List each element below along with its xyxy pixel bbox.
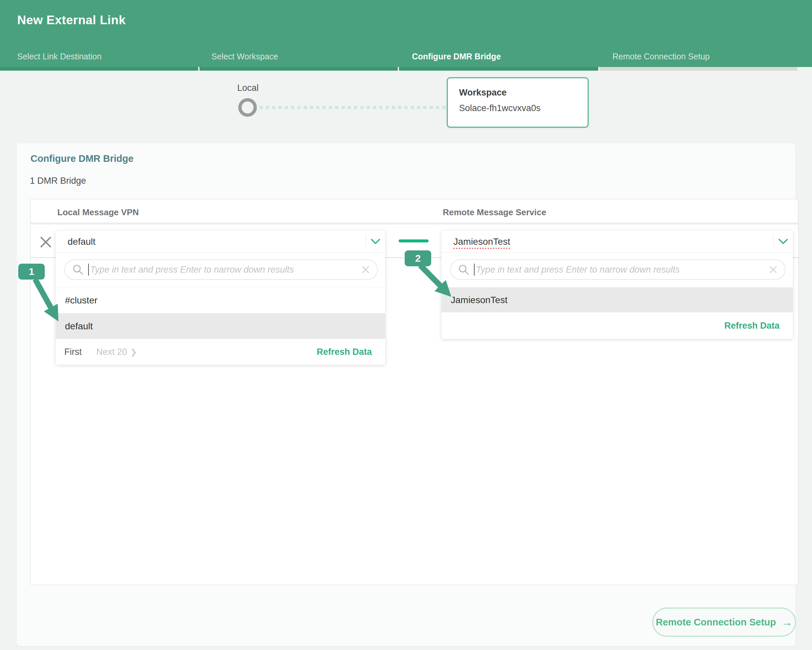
bridge-count: 1 DMR Bridge xyxy=(30,176,86,186)
arrow-right-icon: → xyxy=(781,616,792,628)
chevron-down-icon[interactable] xyxy=(366,239,385,245)
local-vpn-search-input[interactable] xyxy=(89,265,361,275)
column-header-remote-message-service: Remote Message Service xyxy=(443,207,546,217)
local-vpn-option-default[interactable]: default xyxy=(56,313,385,339)
tab-remote-connection-setup[interactable]: Remote Connection Setup xyxy=(612,52,710,61)
remote-service-option-jamiesontest[interactable]: JamiesonTest xyxy=(441,287,793,312)
x-icon xyxy=(38,235,53,249)
bridge-row-border xyxy=(31,257,56,258)
local-vpn-refresh-data-link[interactable]: Refresh Data xyxy=(316,347,372,357)
local-vpn-search-box[interactable] xyxy=(64,259,378,280)
pagination-next[interactable]: Next 20 ❯ xyxy=(96,347,137,357)
app-root: New External Link Select Link Destinatio… xyxy=(0,0,812,650)
chevron-down-icon[interactable] xyxy=(774,239,793,245)
progress-step-1 xyxy=(0,67,198,70)
remote-service-select: JamiesonTest JamiesonTest xyxy=(441,231,793,339)
local-vpn-option-cluster[interactable]: #cluster xyxy=(56,287,385,313)
clear-search-icon[interactable] xyxy=(361,265,370,274)
bridge-table-header: Local Message VPN Remote Message Service xyxy=(31,199,798,225)
bridge-row-border xyxy=(793,257,798,258)
local-vpn-select: default #cluster default xyxy=(56,231,385,365)
progress-step-2 xyxy=(200,67,398,70)
local-vpn-search-area xyxy=(56,253,385,287)
remote-service-search-input[interactable] xyxy=(475,265,769,275)
bridge-connector-dash xyxy=(399,239,429,242)
progress-step-3 xyxy=(399,67,598,70)
remote-service-dropdown-footer: Refresh Data xyxy=(441,312,793,339)
remote-service-select-control[interactable]: JamiesonTest xyxy=(441,231,793,253)
chevron-right-icon: ❯ xyxy=(131,347,137,356)
tab-select-workspace[interactable]: Select Workspace xyxy=(211,52,278,61)
workspace-card: Workspace Solace-fh1wcvxva0s xyxy=(447,77,589,128)
remote-service-refresh-data-link[interactable]: Refresh Data xyxy=(724,321,780,331)
remote-service-search-area xyxy=(441,253,793,287)
remote-service-search-box[interactable] xyxy=(450,259,786,280)
workspace-card-name: Solace-fh1wcvxva0s xyxy=(459,103,576,113)
clear-search-icon[interactable] xyxy=(769,265,777,274)
local-node-label: Local xyxy=(229,83,267,93)
pagination-first[interactable]: First xyxy=(64,347,81,357)
local-vpn-select-control[interactable]: default xyxy=(56,231,385,253)
column-header-local-message-vpn: Local Message VPN xyxy=(57,207,139,217)
progress-step-4 xyxy=(600,67,797,70)
page-title: New External Link xyxy=(17,13,126,27)
step-2-badge: 2 xyxy=(404,250,431,266)
tab-configure-dmr-bridge[interactable]: Configure DMR Bridge xyxy=(412,52,501,61)
wizard-header: New External Link Select Link Destinatio… xyxy=(0,0,812,67)
workspace-card-title: Workspace xyxy=(459,87,576,98)
tab-select-link-destination[interactable]: Select Link Destination xyxy=(17,52,101,61)
local-node-ring-icon xyxy=(238,98,257,117)
local-vpn-selected-value: default xyxy=(56,237,366,247)
pagination-next-label: Next 20 xyxy=(96,347,127,357)
local-vpn-dropdown-footer: First Next 20 ❯ Refresh Data xyxy=(56,339,385,365)
step-1-badge: 1 xyxy=(18,264,45,280)
remote-service-value-text: JamiesonTest xyxy=(453,237,510,249)
dmr-link-dotted-line xyxy=(259,106,446,109)
remote-service-selected-value: JamiesonTest xyxy=(441,237,773,247)
remove-bridge-button[interactable] xyxy=(38,235,53,249)
remote-connection-setup-button[interactable]: Remote Connection Setup → xyxy=(652,607,796,637)
section-heading: Configure DMR Bridge xyxy=(31,153,134,164)
remote-connection-setup-button-label: Remote Connection Setup xyxy=(656,617,776,628)
